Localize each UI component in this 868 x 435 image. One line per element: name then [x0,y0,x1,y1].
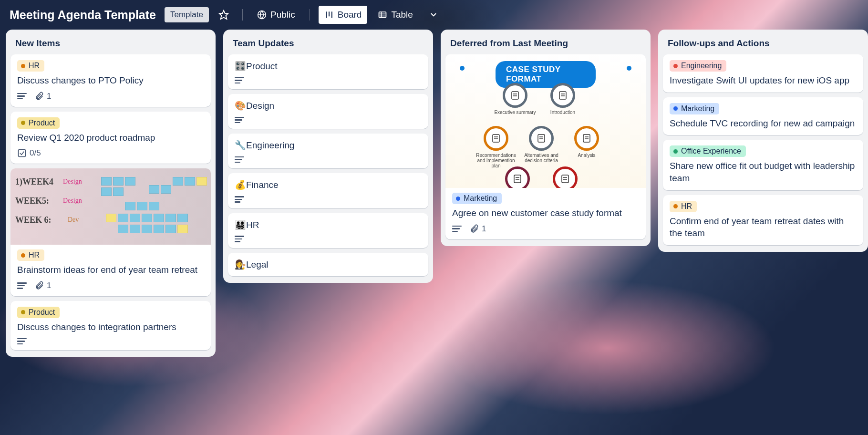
list[interactable]: Deferred from Last MeetingCASE STUDY FOR… [441,30,651,246]
card-label[interactable]: Marketing [670,103,719,114]
list-title[interactable]: Follow-ups and Actions [663,35,863,54]
card[interactable]: 👨‍👩‍👧‍👦HR [228,213,428,248]
description-icon [17,93,27,100]
card-title: Discuss changes to PTO Policy [17,74,204,87]
label-text: HR [29,62,40,70]
table-icon [378,10,387,20]
description-icon [452,226,462,232]
description-badge [235,196,244,203]
description-badge [235,156,244,163]
card[interactable]: 🎛️Product [228,54,428,89]
label-text: Product [29,308,55,317]
card[interactable]: Office ExperienceShare new office fit ou… [663,140,863,190]
card[interactable]: HRDiscuss changes to PTO Policy1 [10,54,211,107]
label-text: Office Experience [681,147,741,155]
board-header: Meeting Agenda Template Template Public … [0,0,868,30]
list-title[interactable]: Deferred from Last Meeting [445,35,646,54]
board-title[interactable]: Meeting Agenda Template [10,8,156,22]
svg-rect-22 [583,135,590,142]
card-label[interactable]: HR [17,249,44,261]
attachment-badge: 1 [34,281,51,290]
card[interactable]: ProductReview Q1 2020 product roadmap0/5 [10,112,211,164]
description-icon [235,156,244,163]
card-label[interactable]: Product [17,117,60,129]
label-text: HR [29,251,40,259]
list-title[interactable]: Team Updates [228,35,428,54]
card-title: 🎨Design [235,100,422,112]
checklist-badge: 0/5 [17,148,41,158]
board-view-button[interactable]: Board [319,6,368,24]
card-title: 🎛️Product [235,60,422,72]
card[interactable]: 🔧Engineering [228,134,428,168]
svg-rect-19 [538,135,545,142]
card-label[interactable]: Office Experience [670,145,746,157]
card-title: 👨‍👩‍👧‍👦HR [235,219,422,231]
card-label[interactable]: Marketing [452,193,502,204]
star-icon [218,10,229,20]
attachment-icon [34,92,44,101]
description-badge [17,93,27,100]
label-text: Product [29,119,55,127]
description-badge [235,117,244,124]
chevron-down-icon [429,10,438,19]
label-text: Marketing [464,194,497,203]
card-title: Agree on new customer case study format [452,207,639,219]
card[interactable]: MarketingSchedule TVC recording for new … [663,97,863,135]
label-text: Engineering [681,62,722,70]
card-title: Share new office fit out budget with lea… [670,160,857,184]
card[interactable]: 👩‍⚖️Legal [228,253,428,277]
card-title: Review Q1 2020 product roadmap [17,132,204,144]
attachment-icon [469,224,479,234]
star-button[interactable] [214,6,234,24]
board-icon [324,10,334,20]
card-cover-image: 1)WEEK4DesignWEEK5:DesignWEEK 6:Dev [10,168,211,245]
description-badge [17,338,27,345]
card[interactable]: CASE STUDY FORMATExecutive summaryIntrod… [445,54,646,239]
list[interactable]: New ItemsHRDiscuss changes to PTO Policy… [6,30,216,357]
public-button[interactable]: Public [251,6,301,24]
svg-rect-10 [512,92,518,99]
card-label[interactable]: Engineering [670,60,726,72]
list[interactable]: Team Updates🎛️Product🎨Design🔧Engineering… [223,30,433,283]
svg-marker-0 [219,10,228,19]
public-label: Public [270,10,295,20]
description-icon [235,77,244,84]
board-view-label: Board [338,10,362,20]
card[interactable]: HRConfirm end of year team retreat dates… [663,195,863,245]
view-switcher-button[interactable] [424,7,444,23]
table-view-button[interactable]: Table [372,6,418,24]
list-title[interactable]: New Items [10,35,211,54]
description-icon [235,117,244,124]
label-text: HR [681,202,692,211]
globe-icon [257,10,267,20]
svg-rect-16 [493,135,499,142]
label-text: Marketing [681,104,714,113]
svg-rect-9 [19,150,26,157]
description-badge [235,236,244,242]
divider [242,9,243,21]
attachment-badge: 1 [34,92,51,101]
card[interactable]: ProductDiscuss changes to integration pa… [10,301,211,350]
list[interactable]: Follow-ups and ActionsEngineeringInvesti… [658,30,868,252]
card[interactable]: EngineeringInvestigate Swift UI updates … [663,54,863,93]
description-badge [235,77,244,84]
card-title: 🔧Engineering [235,139,422,152]
card-title: Discuss changes to integration partners [17,321,204,333]
card-title: Schedule TVC recording for new ad campai… [670,117,857,130]
description-badge [452,226,462,232]
card-label[interactable]: Product [17,307,60,318]
card[interactable]: 🎨Design [228,94,428,129]
card-label[interactable]: HR [670,201,697,212]
attachment-badge: 1 [469,224,486,234]
template-badge[interactable]: Template [165,7,209,22]
card[interactable]: 💰Finance [228,173,428,208]
description-icon [235,196,244,203]
card[interactable]: 1)WEEK4DesignWEEK5:DesignWEEK 6:DevHRBra… [10,168,211,296]
card-label[interactable]: HR [17,60,44,72]
svg-rect-28 [562,175,568,183]
svg-rect-13 [559,92,566,99]
description-badge [17,282,27,289]
description-icon [235,236,244,242]
card-title: Confirm end of year team retreat dates w… [670,215,857,239]
board: New ItemsHRDiscuss changes to PTO Policy… [0,30,868,357]
